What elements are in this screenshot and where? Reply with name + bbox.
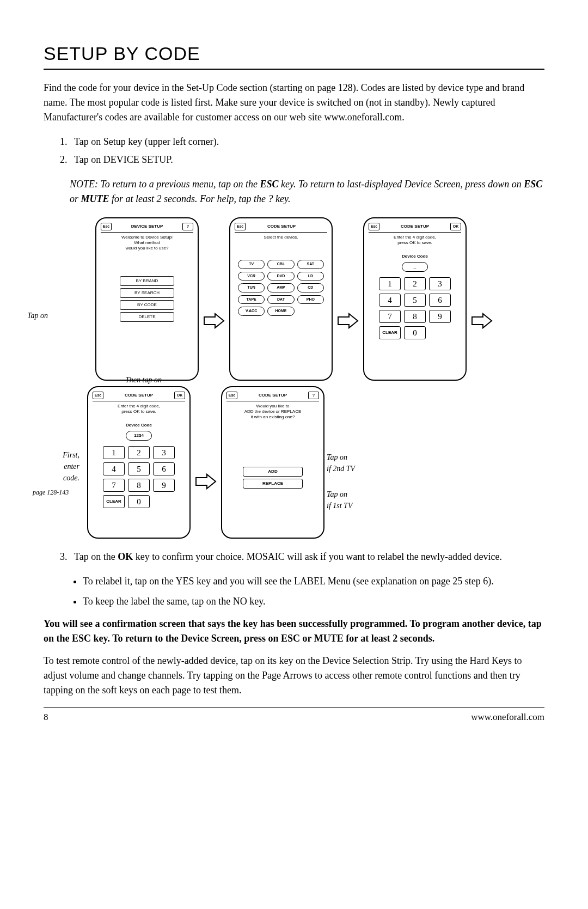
key-0[interactable]: 0 xyxy=(404,326,426,339)
annot-then-tap-on: Then tap on xyxy=(125,374,162,386)
key-1[interactable]: 1 xyxy=(103,446,125,459)
key-9[interactable]: 9 xyxy=(429,310,451,323)
diagram-row-2: Then tap on First,entercode. page 128-14… xyxy=(44,386,544,539)
remote3-title: CODE SETUP xyxy=(401,223,429,230)
device-ld[interactable]: LD xyxy=(297,272,324,281)
annot-tap-on-1st: Tap onif 1st TV xyxy=(327,489,352,511)
page-title: SETUP BY CODE xyxy=(44,40,544,70)
ok-button[interactable]: OK xyxy=(450,223,461,231)
bullet-keep-label: To keep the label the same, tap on the N… xyxy=(83,594,544,609)
key-6[interactable]: 6 xyxy=(429,294,451,307)
help-button[interactable]: ? xyxy=(182,223,193,231)
key-7[interactable]: 7 xyxy=(103,479,125,492)
key-2[interactable]: 2 xyxy=(404,277,426,290)
by-brand-button[interactable]: BY BRAND xyxy=(120,276,174,286)
key-3[interactable]: 3 xyxy=(429,277,451,290)
device-tun[interactable]: TUN xyxy=(238,283,265,292)
step-3-list: Tap on the OK key to confirm your choice… xyxy=(44,550,544,564)
remote2-sub: Select the device. xyxy=(238,235,324,240)
remote3-sub: Enter the 4 digit code, press OK to save… xyxy=(372,235,458,246)
key-6[interactable]: 6 xyxy=(153,462,175,475)
device-code-label: Device Code xyxy=(93,422,185,429)
esc-button[interactable]: Esc xyxy=(369,223,379,231)
steps-list: Tap on Setup key (upper left corner). Ta… xyxy=(44,135,544,167)
annot-tap-on-2nd: Tap onif 2nd TV xyxy=(327,452,355,474)
key-1[interactable]: 1 xyxy=(379,277,401,290)
remote1-title: DEVICE SETUP xyxy=(131,223,163,230)
diagram-row-1: Tap on Tap on Esc DEVICE SETUP ? Welcome… xyxy=(44,217,544,381)
page-ref: page 128-143 xyxy=(33,487,69,497)
replace-button[interactable]: REPLACE xyxy=(243,479,303,489)
key-2[interactable]: 2 xyxy=(128,446,150,459)
step-3: Tap on the OK key to confirm your choice… xyxy=(70,550,544,564)
remote5-title: CODE SETUP xyxy=(259,392,287,399)
key-8[interactable]: 8 xyxy=(128,479,150,492)
key-4[interactable]: 4 xyxy=(103,462,125,475)
device-code-field: 1234 xyxy=(126,431,152,441)
key-5[interactable]: 5 xyxy=(404,294,426,307)
by-code-button[interactable]: BY CODE xyxy=(120,300,174,310)
by-search-button[interactable]: BY SEARCH xyxy=(120,288,174,298)
intro-paragraph: Find the code for your device in the Set… xyxy=(44,81,544,125)
delete-button[interactable]: DELETE xyxy=(120,312,174,322)
remote4-title: CODE SETUP xyxy=(125,392,153,399)
device-home[interactable]: HOME xyxy=(267,307,294,316)
step-2: Tap on DEVICE SETUP. xyxy=(70,152,544,167)
device-code-label: Device Code xyxy=(369,253,461,260)
final-paragraph: To test remote control of the newly-adde… xyxy=(44,654,544,698)
footer-url: www.oneforall.com xyxy=(471,710,544,724)
remote4-sub: Enter the 4 digit code, press OK to save… xyxy=(96,404,182,414)
key-4[interactable]: 4 xyxy=(379,294,401,307)
device-cbl[interactable]: CBL xyxy=(267,260,294,269)
bullet-relabel: To relabel it, tap on the YES key and yo… xyxy=(83,574,544,589)
device-pho[interactable]: PHO xyxy=(297,295,324,304)
page-footer: 8 www.oneforall.com xyxy=(44,707,544,724)
note-block: NOTE: To return to a previous menu, tap … xyxy=(70,177,544,206)
key-7[interactable]: 7 xyxy=(379,310,401,323)
device-vacc[interactable]: V.ACC xyxy=(238,307,265,316)
key-8[interactable]: 8 xyxy=(404,310,426,323)
device-tv[interactable]: TV xyxy=(238,260,265,269)
bold-closing: You will see a confirmation screen that … xyxy=(44,617,544,646)
bullet-list: To relabel it, tap on the YES key and yo… xyxy=(44,574,544,609)
key-0[interactable]: 0 xyxy=(128,495,150,508)
key-clear[interactable]: CLEAR xyxy=(103,495,125,508)
device-cd[interactable]: CD xyxy=(297,283,324,292)
device-code-field: _ xyxy=(402,262,428,272)
key-clear[interactable]: CLEAR xyxy=(379,326,401,339)
device-sat[interactable]: SAT xyxy=(297,260,324,269)
remote-enter-code-blank: Esc CODE SETUP OK Enter the 4 digit code… xyxy=(363,217,467,381)
remote-enter-code-filled: Esc CODE SETUP OK Enter the 4 digit code… xyxy=(87,386,191,539)
help-button[interactable]: ? xyxy=(308,392,319,400)
arrow-right-icon xyxy=(337,313,359,329)
ok-button[interactable]: OK xyxy=(174,392,185,400)
device-dvd[interactable]: DVD xyxy=(267,272,294,281)
esc-button[interactable]: Esc xyxy=(101,223,112,231)
arrow-right-icon xyxy=(195,473,217,490)
remote-add-replace: Esc CODE SETUP ? Would you like to ADD t… xyxy=(221,386,324,539)
key-5[interactable]: 5 xyxy=(128,462,150,475)
device-vcr[interactable]: VCR xyxy=(238,272,265,281)
diagram-area: Tap on Tap on Esc DEVICE SETUP ? Welcome… xyxy=(44,217,544,539)
device-amp[interactable]: AMP xyxy=(267,283,294,292)
arrow-right-icon xyxy=(203,313,225,329)
page-number: 8 xyxy=(44,710,48,724)
remote-select-device: Esc CODE SETUP Select the device. TV CBL… xyxy=(229,217,333,381)
annot-first-enter-code: First,entercode. xyxy=(40,449,79,484)
arrow-right-icon xyxy=(471,313,493,329)
annot-tap-on-bycode: Tap on xyxy=(27,310,48,321)
esc-button[interactable]: Esc xyxy=(235,223,246,231)
remote2-title: CODE SETUP xyxy=(267,223,296,230)
step-1: Tap on Setup key (upper left corner). xyxy=(70,135,544,149)
remote5-sub: Would you like to ADD the device or REPL… xyxy=(230,404,316,420)
remote-device-setup: Esc DEVICE SETUP ? Welcome to Device Set… xyxy=(95,217,199,381)
device-tape[interactable]: TAPE xyxy=(238,295,265,304)
device-dat[interactable]: DAT xyxy=(267,295,294,304)
key-3[interactable]: 3 xyxy=(153,446,175,459)
key-9[interactable]: 9 xyxy=(153,479,175,492)
esc-button[interactable]: Esc xyxy=(226,392,237,400)
remote1-sub: Welcome to Device Setup! What method wou… xyxy=(104,235,190,251)
esc-button[interactable]: Esc xyxy=(93,392,103,400)
add-button[interactable]: ADD xyxy=(243,467,303,477)
